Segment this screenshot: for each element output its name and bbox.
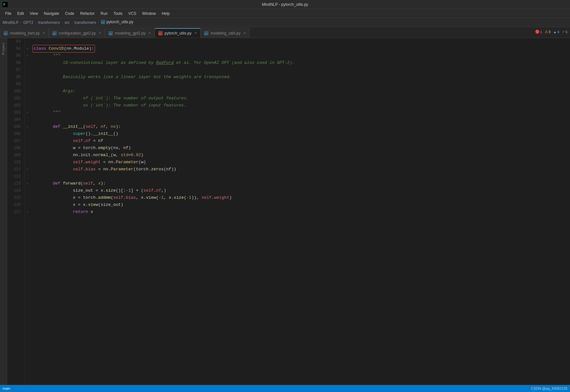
fold-99 [25, 81, 30, 88]
ln-102: 102 [10, 102, 21, 109]
py-icon: py [109, 31, 113, 35]
fold-103[interactable]: ▽ [25, 109, 30, 116]
code-lines: class Conv1D(nn.Module): """ 1D-convolut… [30, 38, 570, 392]
ln-104: 104 [10, 116, 21, 123]
menu-help[interactable]: Help [159, 11, 172, 16]
ln-115: 115 [10, 194, 21, 201]
fold-106 [25, 130, 30, 137]
svg-text:py: py [101, 21, 105, 24]
code-editor[interactable]: 93 94 95 96 97 98 99 100 101 102 103 104… [7, 38, 570, 392]
py-icon: py [158, 31, 163, 35]
warning-count[interactable]: ⚠ 9 [545, 30, 551, 34]
menu-bar: File Edit View Navigate Code Refactor Ru… [0, 9, 570, 18]
ln-112: 112 [10, 173, 21, 180]
status-indicators: 🔴 1 ⚠ 9 ▲ 4 ✓ 6 [535, 30, 567, 34]
status-bar: main CSDN @qq_43582235 [0, 385, 570, 392]
fold-95[interactable]: ▽ [25, 52, 30, 59]
breadcrumb-sep-1: › [20, 21, 22, 25]
fold-100 [25, 88, 30, 95]
tab-close[interactable]: ✕ [194, 31, 197, 35]
ln-107: 107 [10, 137, 21, 145]
breadcrumb-sep-3: › [61, 21, 63, 25]
ln-110: 110 [10, 159, 21, 166]
code-line-99 [33, 81, 567, 88]
tab-label: modeling_utils.py [211, 31, 241, 35]
code-line-100: Args: [33, 88, 567, 95]
tab-modeling-utils[interactable]: py modeling_utils.py ✕ [201, 28, 250, 38]
menu-window[interactable]: Window [140, 11, 159, 16]
menu-refactor[interactable]: Refactor [78, 11, 97, 16]
breadcrumb-file[interactable]: py pytorch_utils.py [101, 20, 133, 25]
fold-gutter: ▽ ▽ ▽ ▽ ▽ ▽ [25, 38, 30, 392]
ok-count[interactable]: ✓ 6 [562, 30, 567, 34]
ln-114: 114 [10, 187, 21, 194]
breadcrumb-sep-2: › [35, 21, 37, 25]
menu-code[interactable]: Code [62, 11, 77, 16]
error-count[interactable]: 🔴 1 [535, 30, 542, 34]
code-line-114: size_out = x.size()[:-1] + (self.nf,) [33, 187, 567, 194]
menu-tools[interactable]: Tools [111, 11, 125, 16]
menu-file[interactable]: File [3, 11, 14, 16]
breadcrumb-transformers2[interactable]: transformers [75, 20, 96, 25]
tab-close[interactable]: ✕ [98, 31, 101, 35]
breadcrumb-bar: MindNLP › GPT2 › transformers › src › tr… [0, 18, 570, 27]
tab-close[interactable]: ✕ [148, 31, 151, 35]
ok-icon: ✓ [562, 30, 565, 34]
svg-text:py: py [4, 32, 7, 35]
fold-105[interactable]: ▽ [25, 123, 30, 130]
py-icon: py [52, 31, 57, 35]
fold-97 [25, 66, 30, 74]
tab-pytorch-utils[interactable]: py pytorch_utils.py ✕ [155, 28, 201, 38]
ln-117: 117 [10, 208, 21, 216]
tab-label: modeling_gpt2.py [115, 31, 146, 35]
breadcrumb-mindnlp[interactable]: MindNLP [3, 20, 18, 25]
line-numbers: 93 94 95 96 97 98 99 100 101 102 103 104… [7, 38, 25, 392]
ln-103: 103 [10, 109, 21, 116]
tab-close[interactable]: ✕ [42, 31, 45, 35]
menu-edit[interactable]: Edit [15, 11, 26, 16]
watermark: CSDN @qq_43582235 [531, 387, 567, 390]
fold-107 [25, 137, 30, 145]
project-label: Project [2, 43, 5, 55]
fold-117[interactable]: ▽ [25, 208, 30, 216]
breadcrumb-transformers1[interactable]: transformers [38, 20, 60, 25]
ln-108: 108 [10, 145, 21, 152]
code-line-116: x = x.view(size_out) [33, 201, 567, 208]
menu-run[interactable]: Run [98, 11, 110, 16]
tab-close[interactable]: ✕ [243, 31, 246, 35]
fold-113[interactable]: ▽ [25, 180, 30, 187]
fold-110 [25, 159, 30, 166]
breadcrumb-gpt2[interactable]: GPT2 [23, 20, 33, 25]
ln-99: 99 [10, 81, 21, 88]
fold-94[interactable]: ▽ [25, 45, 30, 52]
menu-navigate[interactable]: Navigate [41, 11, 62, 16]
fold-93 [25, 38, 30, 45]
tab-label: modeling_bert.py [10, 31, 40, 35]
tab-modeling-gpt2[interactable]: py modeling_gpt2.py ✕ [105, 28, 155, 38]
code-line-95: """ [33, 52, 567, 59]
fold-116 [25, 201, 30, 208]
menu-vcs[interactable]: VCS [126, 11, 139, 16]
tab-modeling-bert[interactable]: py modeling_bert.py ✕ [0, 28, 49, 38]
ln-95: 95 [10, 52, 21, 59]
svg-text:py: py [159, 32, 162, 35]
code-line-112 [33, 173, 567, 180]
ln-94: 94 [10, 45, 21, 52]
ln-96: 96 [10, 59, 21, 66]
breadcrumb-sep-5: › [98, 21, 100, 25]
main-layout: Project 93 94 95 96 97 98 99 100 101 102… [0, 38, 570, 392]
code-line-94: class Conv1D(nn.Module): [33, 45, 567, 52]
ln-116: 116 [10, 201, 21, 208]
breadcrumb-src[interactable]: src [65, 20, 70, 25]
menu-view[interactable]: View [27, 11, 41, 16]
info-count[interactable]: ▲ 4 [553, 30, 559, 34]
svg-text:py: py [53, 32, 56, 35]
ln-106: 106 [10, 130, 21, 137]
svg-text:py: py [109, 32, 112, 35]
fold-112 [25, 173, 30, 180]
fold-111[interactable]: ▽ [25, 166, 30, 173]
fold-115 [25, 194, 30, 201]
tab-configuration-gpt2[interactable]: py configuration_gpt2.py ✕ [49, 28, 105, 38]
ln-97: 97 [10, 66, 21, 74]
py-icon: py [4, 31, 8, 35]
